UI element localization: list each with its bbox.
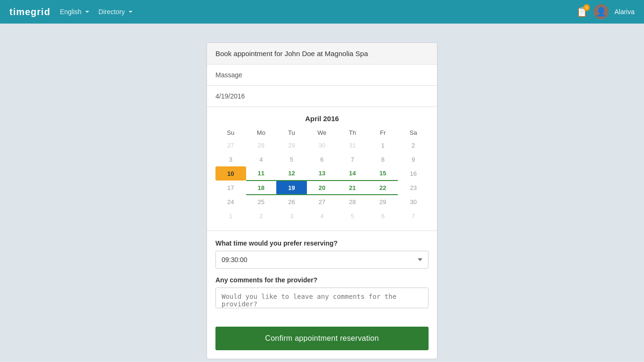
language-dropdown[interactable]: English: [60, 8, 89, 16]
comments-input[interactable]: [215, 288, 429, 308]
calendar-day[interactable]: 30: [398, 195, 429, 209]
calendar-day[interactable]: 11: [246, 166, 277, 181]
weekday-tu: Tu: [276, 127, 307, 138]
calendar-day[interactable]: 19: [276, 181, 307, 195]
calendar-week-row: 272829303112: [215, 138, 429, 152]
calendar-grid: Su Mo Tu We Th Fr Sa 2728293031123456789…: [215, 127, 429, 223]
time-label: What time would you prefer reserving?: [215, 239, 429, 247]
main-content: Book appointment for John Doe at Magnoli…: [0, 24, 644, 362]
calendar-day[interactable]: 9: [398, 152, 429, 166]
service-name: Massage: [215, 71, 242, 79]
username-label: Alariva: [614, 8, 635, 16]
calendar-week-row: 1234567: [215, 209, 429, 223]
calendar-day[interactable]: 7: [337, 152, 368, 166]
weekday-su: Su: [215, 127, 246, 138]
calendar-day[interactable]: 22: [368, 181, 398, 195]
calendar-day[interactable]: 10: [215, 166, 246, 181]
calendar-day[interactable]: 29: [368, 195, 398, 209]
weekday-we: We: [307, 127, 338, 138]
calendar-day[interactable]: 4: [246, 152, 277, 166]
calendar-day[interactable]: 5: [276, 152, 307, 166]
date-section: 4/19/2016: [207, 86, 437, 107]
calendar-day[interactable]: 16: [398, 166, 429, 181]
calendar-day: 3: [276, 209, 307, 223]
calendar-day[interactable]: 15: [368, 166, 398, 181]
time-form-group: What time would you prefer reserving? 09…: [215, 239, 429, 269]
service-section: Massage: [207, 65, 437, 86]
calendar-day[interactable]: 14: [337, 166, 368, 181]
calendar-day: 6: [368, 209, 398, 223]
weekday-sa: Sa: [398, 127, 429, 138]
calendar-day: 31: [337, 138, 368, 152]
calendar-day[interactable]: 17: [215, 181, 246, 195]
confirm-button[interactable]: Confirm appointment reservation: [215, 327, 429, 350]
calendar-day[interactable]: 18: [246, 181, 277, 195]
calendar-day[interactable]: 1: [368, 138, 398, 152]
booking-header: Book appointment for John Doe at Magnoli…: [207, 43, 437, 65]
calendar-day[interactable]: 25: [246, 195, 277, 209]
calendar-title: April 2016: [215, 115, 429, 123]
calendar-day[interactable]: 6: [307, 152, 338, 166]
calendar-day: 30: [307, 138, 338, 152]
comments-form-group: Any comments for the provider?: [215, 276, 429, 310]
selected-date: 4/19/2016: [215, 92, 245, 100]
avatar: 👤: [594, 4, 609, 19]
time-section: What time would you prefer reserving? 09…: [207, 231, 437, 322]
weekday-fr: Fr: [368, 127, 398, 138]
time-select[interactable]: 09:30:00 10:00:00 10:30:00 11:00:00: [215, 251, 429, 269]
booking-card: Book appointment for John Doe at Magnoli…: [206, 42, 438, 359]
calendar-day: 28: [246, 138, 277, 152]
directory-dropdown[interactable]: Directory: [99, 8, 132, 16]
notifications-button[interactable]: 📋 0: [576, 6, 588, 17]
calendar-day[interactable]: 23: [398, 181, 429, 195]
calendar-day[interactable]: 21: [337, 181, 368, 195]
calendar-day: 1: [215, 209, 246, 223]
calendar-day: 7: [398, 209, 429, 223]
calendar-day[interactable]: 8: [368, 152, 398, 166]
weekday-th: Th: [337, 127, 368, 138]
calendar-week-row: 24252627282930: [215, 195, 429, 209]
navbar: timegrid English Directory 📋 0 👤 Alariva: [0, 0, 644, 24]
calendar-day: 4: [307, 209, 338, 223]
weekday-mo: Mo: [246, 127, 277, 138]
language-caret-icon: [85, 11, 89, 13]
calendar-day[interactable]: 3: [215, 152, 246, 166]
calendar-day[interactable]: 13: [307, 166, 338, 181]
directory-caret-icon: [129, 11, 132, 13]
calendar-section: April 2016 Su Mo Tu We Th Fr Sa 27282930…: [207, 107, 437, 231]
booking-title: Book appointment for John Doe at Magnoli…: [215, 49, 368, 58]
calendar-week-row: 3456789: [215, 152, 429, 166]
calendar-week-row: 17181920212223: [215, 181, 429, 195]
comments-label: Any comments for the provider?: [215, 276, 429, 284]
weekday-header-row: Su Mo Tu We Th Fr Sa: [215, 127, 429, 138]
calendar-day: 5: [337, 209, 368, 223]
calendar-day[interactable]: 12: [276, 166, 307, 181]
calendar-day[interactable]: 2: [398, 138, 429, 152]
navbar-right: 📋 0 👤 Alariva: [576, 4, 635, 19]
navbar-left: timegrid English Directory: [9, 7, 132, 17]
navbar-brand: timegrid: [9, 7, 50, 17]
calendar-day[interactable]: 27: [307, 195, 338, 209]
calendar-day[interactable]: 24: [215, 195, 246, 209]
notification-badge: 0: [583, 4, 590, 11]
language-label: English: [60, 8, 82, 16]
calendar-day[interactable]: 28: [337, 195, 368, 209]
directory-label: Directory: [99, 8, 125, 16]
calendar-day[interactable]: 20: [307, 181, 338, 195]
calendar-week-row: 10111213141516: [215, 166, 429, 181]
calendar-day: 29: [276, 138, 307, 152]
calendar-day: 27: [215, 138, 246, 152]
calendar-day: 2: [246, 209, 277, 223]
calendar-day[interactable]: 26: [276, 195, 307, 209]
confirm-section: Confirm appointment reservation: [207, 322, 437, 359]
